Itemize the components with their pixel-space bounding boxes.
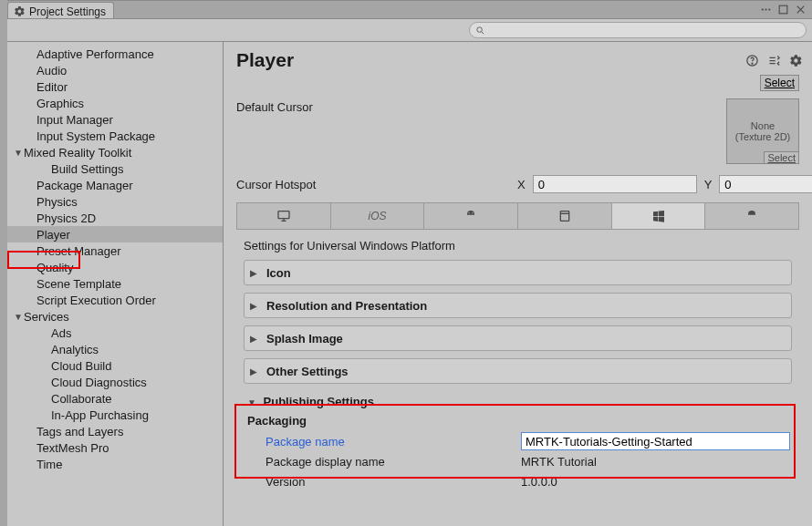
sidebar-item-script-execution-order[interactable]: Script Execution Order xyxy=(7,292,223,308)
svg-rect-10 xyxy=(560,211,568,222)
foldout-splash[interactable]: ▶ Splash Image xyxy=(244,325,792,351)
chevron-right-icon: ▶ xyxy=(250,301,261,311)
search-input[interactable] xyxy=(469,22,807,38)
default-cursor-texture-field[interactable]: None (Texture 2D) Select xyxy=(726,98,799,164)
svg-point-0 xyxy=(762,8,764,10)
window-controls xyxy=(760,1,812,18)
cursor-hotspot-label: Cursor Hotspot xyxy=(236,178,510,191)
svg-point-8 xyxy=(469,212,470,213)
publishing-header[interactable]: ▼ Publishing Settings xyxy=(247,395,790,408)
package-name-input[interactable] xyxy=(521,432,790,450)
maximize-icon[interactable] xyxy=(777,4,789,15)
chevron-right-icon: ▶ xyxy=(250,366,261,376)
more-icon[interactable] xyxy=(760,4,772,15)
packaging-subtitle: Packaging xyxy=(247,414,790,428)
svg-rect-7 xyxy=(278,211,289,219)
ios-icon: iOS xyxy=(369,210,387,222)
webgl-icon xyxy=(557,209,572,223)
platform-tabs: iOS xyxy=(236,202,799,230)
sidebar-item-scene-template[interactable]: Scene Template xyxy=(7,275,223,292)
tab-ios[interactable]: iOS xyxy=(331,203,425,229)
android-icon xyxy=(463,209,478,223)
svg-point-9 xyxy=(473,212,474,213)
android-icon xyxy=(744,209,759,223)
sidebar-item-textmesh-pro[interactable]: TextMesh Pro xyxy=(7,439,223,456)
sidebar-item-build-settings[interactable]: Build Settings xyxy=(7,160,223,177)
chevron-down-icon: ▼ xyxy=(247,397,256,407)
gear-icon xyxy=(14,5,26,17)
toolbar xyxy=(7,19,812,41)
svg-point-4 xyxy=(477,26,483,31)
package-display-name-value: MRTK Tutorial xyxy=(521,455,790,469)
hotspot-x-label: X xyxy=(517,178,526,191)
sidebar-item-physics-2d[interactable]: Physics 2D xyxy=(7,210,223,226)
version-label: Version xyxy=(247,475,521,489)
sidebar-item-editor[interactable]: Editor xyxy=(7,78,223,95)
tab-lumin[interactable] xyxy=(705,203,798,229)
foldout-icon[interactable]: ▶ Icon xyxy=(244,260,792,285)
svg-point-1 xyxy=(765,8,766,10)
chevron-down-icon[interactable]: ▼ xyxy=(13,312,24,322)
main-panel: Player Select Default Cursor None (Textu… xyxy=(224,42,812,526)
chevron-down-icon[interactable]: ▼ xyxy=(13,148,24,158)
sidebar-item-physics[interactable]: Physics xyxy=(7,193,223,210)
sidebar-item-quality[interactable]: Quality xyxy=(7,259,223,275)
hotspot-x-input[interactable] xyxy=(533,175,697,193)
hotspot-y-label: Y xyxy=(704,178,713,191)
windows-icon xyxy=(651,209,666,223)
page-title: Player xyxy=(236,49,294,71)
sidebar-item-package-manager[interactable]: Package Manager xyxy=(7,177,223,193)
sidebar-item-graphics[interactable]: Graphics xyxy=(7,95,223,111)
tab-uwp[interactable] xyxy=(612,203,706,229)
preset-icon[interactable] xyxy=(767,54,781,67)
texture-none-label: None xyxy=(751,120,775,131)
foldout-resolution[interactable]: ▶ Resolution and Presentation xyxy=(244,293,792,318)
search-icon xyxy=(475,26,485,36)
sidebar-item-collaborate[interactable]: Collaborate xyxy=(7,390,223,407)
svg-point-6 xyxy=(752,63,753,64)
texture-select-button[interactable]: Select xyxy=(764,151,798,163)
close-icon[interactable] xyxy=(795,4,807,15)
sidebar-item-cloud-diagnostics[interactable]: Cloud Diagnostics xyxy=(7,374,223,390)
default-cursor-label: Default Cursor xyxy=(236,98,419,114)
hotspot-y-input[interactable] xyxy=(719,175,812,193)
project-settings-window: Project Settings Adaptive Performance Au… xyxy=(7,0,812,526)
sidebar-item-services[interactable]: ▼Services xyxy=(7,308,223,325)
package-name-label[interactable]: Package name xyxy=(247,435,521,449)
foldout-other-settings[interactable]: ▶ Other Settings xyxy=(244,358,792,384)
tab-standalone[interactable] xyxy=(237,203,331,229)
tab-strip: Project Settings xyxy=(7,1,812,19)
chevron-right-icon: ▶ xyxy=(250,268,261,278)
settings-sidebar: Adaptive Performance Audio Editor Graphi… xyxy=(7,42,224,526)
tab-project-settings[interactable]: Project Settings xyxy=(7,2,114,18)
sidebar-item-input-system-package[interactable]: Input System Package xyxy=(7,128,223,144)
chevron-right-icon: ▶ xyxy=(250,334,261,344)
svg-point-2 xyxy=(768,8,770,10)
sidebar-item-tags-and-layers[interactable]: Tags and Layers xyxy=(7,423,223,439)
sidebar-item-ads[interactable]: Ads xyxy=(7,325,223,341)
foldout-publishing-settings: ▼ Publishing Settings Packaging Package … xyxy=(244,391,792,497)
sidebar-item-analytics[interactable]: Analytics xyxy=(7,341,223,357)
help-icon[interactable] xyxy=(745,54,759,67)
sidebar-item-preset-manager[interactable]: Preset Manager xyxy=(7,242,223,259)
sidebar-item-mrtk[interactable]: ▼Mixed Reality Toolkit xyxy=(7,144,223,160)
sidebar-item-player[interactable]: Player xyxy=(7,226,223,242)
tab-webgl[interactable] xyxy=(518,203,612,229)
version-value: 1.0.0.0 xyxy=(521,475,790,489)
main-header: Player xyxy=(224,42,812,75)
sidebar-item-time[interactable]: Time xyxy=(7,456,223,472)
sidebar-item-iap[interactable]: In-App Purchasing xyxy=(7,407,223,423)
tab-android[interactable] xyxy=(424,203,518,229)
sidebar-item-input-manager[interactable]: Input Manager xyxy=(7,111,223,128)
package-display-name-label: Package display name xyxy=(247,455,521,469)
uwp-section-title: Settings for Universal Windows Platform xyxy=(244,239,792,253)
sidebar-item-adaptive-performance[interactable]: Adaptive Performance xyxy=(7,46,223,62)
desktop-icon xyxy=(276,209,291,223)
default-icon-select-button[interactable]: Select xyxy=(760,75,799,91)
svg-rect-3 xyxy=(779,5,787,14)
sidebar-item-cloud-build[interactable]: Cloud Build xyxy=(7,357,223,374)
gear-icon[interactable] xyxy=(789,54,803,67)
sidebar-item-audio[interactable]: Audio xyxy=(7,62,223,78)
texture-type-label: (Texture 2D) xyxy=(735,131,791,142)
tab-title: Project Settings xyxy=(29,5,106,18)
